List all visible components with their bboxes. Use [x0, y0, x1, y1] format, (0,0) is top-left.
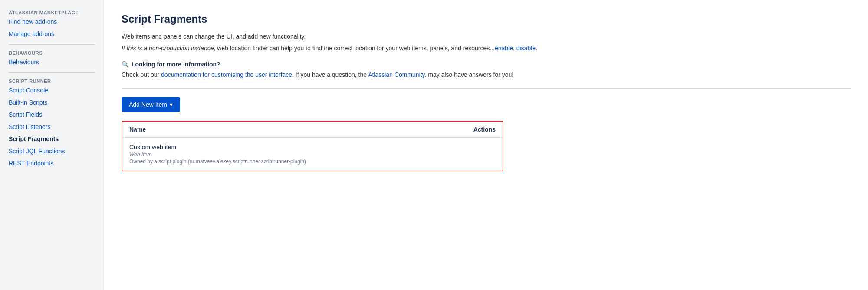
sidebar-item-script-fields[interactable]: Script Fields — [0, 109, 104, 121]
sidebar-item-manage-addons[interactable]: Manage add-ons — [0, 28, 104, 40]
sidebar-section-behaviours: BEHAVIOURS — [0, 44, 51, 58]
item-type: Web Item — [129, 152, 444, 158]
sidebar: ATLASSIAN MARKETPLACE Find new add-ons M… — [0, 0, 104, 290]
info-section: 🔍 Looking for more information? Check ou… — [122, 61, 851, 79]
link-docs[interactable]: documentation for customising the user i… — [161, 71, 292, 78]
description-end-text: . — [536, 45, 537, 52]
info-heading: 🔍 Looking for more information? — [122, 61, 851, 68]
info-heading-text: Looking for more information? — [132, 61, 220, 68]
info-body-after: may also have answers for you! — [426, 71, 513, 78]
cell-name: Custom web item Web Item Owned by a scri… — [129, 144, 444, 165]
sidebar-item-built-in-scripts[interactable]: Built-in Scripts — [0, 96, 104, 109]
description-non-prod: If this is a non-production instance — [122, 45, 214, 52]
sidebar-item-script-listeners[interactable]: Script Listeners — [0, 121, 104, 133]
main-content: Script Fragments Web items and panels ca… — [104, 0, 868, 290]
description-line2: If this is a non-production instance, we… — [122, 44, 851, 53]
sidebar-item-rest-endpoints[interactable]: REST Endpoints — [0, 157, 104, 169]
add-new-item-button[interactable]: Add New Item ▾ — [122, 97, 180, 112]
link-disable[interactable]: disable — [516, 45, 536, 52]
add-button-chevron-icon: ▾ — [170, 101, 173, 108]
sidebar-section-marketplace: ATLASSIAN MARKETPLACE — [0, 4, 87, 18]
search-icon: 🔍 — [122, 61, 129, 68]
script-fragments-table: Name Actions Custom web item Web Item Ow… — [122, 121, 503, 171]
item-name: Custom web item — [129, 144, 444, 151]
info-body-before: Check out our — [122, 71, 161, 78]
col-header-actions: Actions — [444, 126, 496, 133]
description-line1: Web items and panels can change the UI, … — [122, 32, 851, 41]
table-row: Custom web item Web Item Owned by a scri… — [122, 138, 503, 171]
info-body: Check out our documentation for customis… — [122, 70, 851, 79]
info-body-middle: . If you have a question, the — [292, 71, 368, 78]
link-community[interactable]: Atlassian Community. — [368, 71, 426, 78]
sidebar-section-scriptrunner: SCRIPT RUNNER — [0, 72, 60, 86]
add-button-label: Add New Item — [129, 101, 167, 108]
col-header-name: Name — [129, 126, 444, 133]
description-middle-text: , web location finder can help you to fi… — [214, 45, 494, 52]
sidebar-item-script-jql-functions[interactable]: Script JQL Functions — [0, 145, 104, 157]
table-header: Name Actions — [122, 122, 503, 138]
page-title: Script Fragments — [122, 13, 851, 25]
item-owner: Owned by a script plugin (ru.matveev.ale… — [129, 158, 444, 165]
content-divider — [122, 88, 851, 89]
sidebar-item-script-fragments[interactable]: Script Fragments — [0, 133, 104, 145]
link-enable[interactable]: enable — [495, 45, 513, 52]
